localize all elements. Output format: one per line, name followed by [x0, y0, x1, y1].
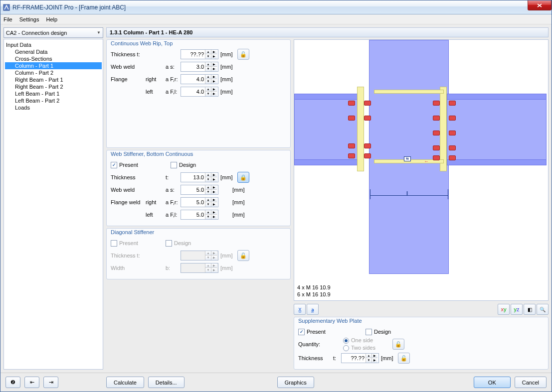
menubar: File Settings Help [0, 14, 552, 24]
webweld-input[interactable]: ▲▼▶▶ [181, 62, 218, 72]
symbol: a F,l: [166, 89, 181, 95]
label: Flange [111, 76, 146, 82]
next-button[interactable]: ⇥ [43, 377, 58, 388]
label: Web weld [111, 64, 146, 70]
group-web-stiffener: Web Stiffener, Bottom Continuous Present… [106, 150, 291, 226]
menu-help[interactable]: Help [46, 16, 57, 22]
menu-file[interactable]: File [3, 16, 12, 22]
label: Web weld [111, 187, 146, 193]
tree-item-column-part1[interactable]: Column - Part 1 [5, 62, 102, 69]
symbol: a s: [166, 64, 181, 70]
design-checkbox[interactable] [366, 329, 372, 335]
zoom-button[interactable]: 🔍 [537, 304, 549, 315]
details-button[interactable]: Details... [148, 377, 184, 388]
present-checkbox[interactable] [111, 240, 117, 247]
width-input: ▲▼▶▶ [181, 263, 218, 273]
sublabel: left [146, 212, 166, 218]
close-button[interactable] [528, 0, 552, 10]
group-diagonal-stiffener: Diagonal Stiffener Present Design Thickn… [106, 228, 291, 279]
view-a-button[interactable]: a̲ [307, 304, 319, 315]
tree-item-column-part2[interactable]: Column - Part 2 [5, 69, 102, 76]
unit: [mm] [218, 265, 235, 271]
present-checkbox[interactable] [111, 162, 117, 168]
combo-value: CA2 - Connection design [6, 30, 67, 36]
tree-item-loads[interactable]: Loads [5, 104, 102, 111]
thickness-input[interactable]: ▲▼▶▶ [181, 49, 218, 59]
tree-item-right-beam-part2[interactable]: Right Beam - Part 2 [5, 83, 102, 90]
graphics-button[interactable]: Graphics [277, 377, 314, 388]
titlebar: RF-FRAME-JOINT Pro - [Frame joint ABC] [0, 0, 552, 14]
lock-button[interactable]: 🔓 [237, 49, 249, 60]
view-x-button[interactable]: X̲ [294, 304, 306, 315]
menu-settings[interactable]: Settings [19, 16, 39, 22]
flangeweld-right-input[interactable]: ▲▼▶▶ [181, 197, 218, 207]
label: Width [111, 265, 146, 271]
symbol: a F,r: [166, 76, 181, 82]
unit: [mm] [218, 253, 235, 259]
group-continuous-web-rip: Continuous Web Rip, Top Thickness t: ▲▼▶… [106, 39, 291, 148]
help-button[interactable]: ❷ [5, 377, 20, 388]
view-yz-button[interactable]: yz [511, 304, 523, 315]
view-xy-button[interactable]: xy [498, 304, 510, 315]
calculate-button[interactable]: Calculate [106, 377, 144, 388]
present-checkbox[interactable] [298, 329, 305, 335]
sublabel: right [146, 76, 166, 82]
page-title: 1.3.1 Column - Part 1 - HE-A 280 [106, 27, 549, 37]
tree-item-cross-sections[interactable]: Cross-Sections [5, 55, 102, 62]
chevron-down-icon: ▼ [97, 30, 101, 35]
label: Thickness t: [111, 51, 146, 57]
thickness-input[interactable]: ▲▼▶▶ [181, 172, 218, 182]
symbol: t: [333, 355, 341, 361]
symbol: a s: [166, 187, 181, 193]
sublabel: left [146, 89, 166, 95]
tree-item-general-data[interactable]: General Data [5, 48, 102, 55]
group-title: Continuous Web Rip, Top [110, 40, 174, 46]
group-title: Supplementary Web Plate [297, 318, 363, 324]
lock-button[interactable]: 🔒 [237, 172, 249, 183]
radio-oneside [343, 338, 349, 344]
window-title: RF-FRAME-JOINT Pro - [Frame joint ABC] [12, 4, 126, 11]
unit: [mm] [230, 187, 247, 193]
unit: [mm] [218, 89, 235, 95]
annotation: 6 x M 16 10.9 [297, 291, 331, 297]
prev-button[interactable]: ⇤ [24, 377, 39, 388]
app-icon [2, 3, 10, 11]
unit: [mm] [379, 355, 396, 361]
case-combo[interactable]: CA2 - Connection design ▼ [3, 27, 103, 38]
design-checkbox [166, 240, 172, 247]
view-iso-button[interactable]: ◧ [524, 304, 536, 315]
tree-root[interactable]: Input Data [5, 41, 102, 48]
radio-twosides [343, 345, 349, 351]
tree-item-left-beam-part2[interactable]: Left Beam - Part 2 [5, 97, 102, 104]
thickness-input: ▲▼▶▶ [181, 251, 218, 261]
graphics-viewport[interactable]: l ⇆ ← 4 x M 16 10.9 6 x M 16 10.9 [294, 39, 549, 301]
design-checkbox[interactable] [171, 162, 177, 168]
lock-button[interactable]: 🔓 [398, 353, 410, 364]
symbol: t: [166, 174, 181, 180]
sublabel: right [146, 199, 166, 205]
webweld-input[interactable]: ▲▼▶▶ [181, 185, 218, 195]
thickness-input[interactable]: ▲▼▶▶ [341, 353, 379, 363]
flange-right-input[interactable]: ▲▼▶▶ [181, 74, 218, 84]
lock-button: 🔓 [237, 250, 249, 261]
tree-item-right-beam-part1[interactable]: Right Beam - Part 1 [5, 76, 102, 83]
label: Flange weld [111, 199, 146, 205]
ok-button[interactable]: OK [474, 377, 511, 388]
label: Thickness t: [111, 253, 146, 259]
symbol: a F,l: [166, 212, 181, 218]
footer: ❷ ⇤ ⇥ Calculate Details... Graphics OK C… [0, 373, 552, 392]
unit: [mm] [218, 76, 235, 82]
label: Quantity: [298, 341, 343, 347]
flange-left-input[interactable]: ▲▼▶▶ [181, 87, 218, 97]
unit: [mm] [218, 51, 235, 57]
flangeweld-left-input[interactable]: ▲▼▶▶ [181, 210, 218, 220]
unit: [mm] [218, 174, 235, 180]
group-title: Web Stiffener, Bottom Continuous [110, 151, 194, 157]
cancel-button[interactable]: Cancel [515, 377, 547, 388]
unit: [mm] [230, 212, 247, 218]
tree-item-left-beam-part1[interactable]: Left Beam - Part 1 [5, 90, 102, 97]
annotation: 4 x M 16 10.9 [297, 284, 331, 290]
lock-button[interactable]: 🔓 [392, 339, 404, 350]
group-supplementary-web-plate: Supplementary Web Plate Present Design Q… [294, 317, 549, 370]
dim-label: l [406, 190, 408, 196]
